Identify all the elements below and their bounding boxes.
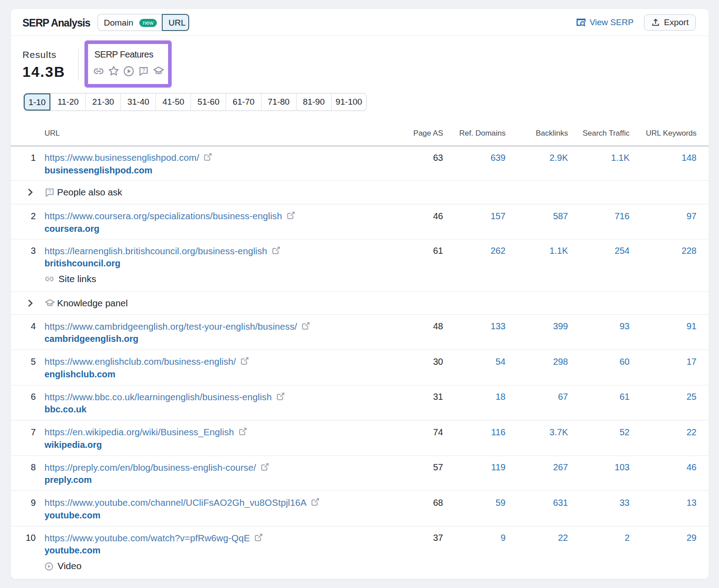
svg-text:?: ?	[142, 67, 145, 74]
svg-text:?: ?	[48, 189, 51, 194]
